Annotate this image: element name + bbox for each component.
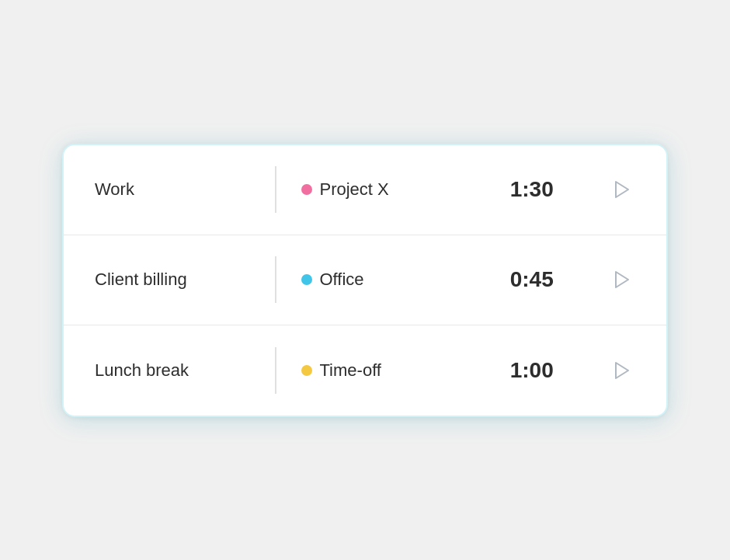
svg-marker-1 xyxy=(616,272,628,287)
vertical-divider xyxy=(275,256,276,303)
dot-blue xyxy=(301,274,312,285)
tag-area-row-lunch-break: Time-off xyxy=(301,360,457,381)
play-button-row-client-billing[interactable] xyxy=(607,266,635,294)
svg-marker-0 xyxy=(616,182,628,197)
play-button-row-lunch-break[interactable] xyxy=(607,357,635,384)
time-display-row-lunch-break: 1:00 xyxy=(457,358,608,383)
row-row-work: Work Project X 1:30 xyxy=(64,145,666,235)
task-name-row-client-billing: Client billing xyxy=(95,270,250,290)
vertical-divider xyxy=(275,166,276,213)
svg-marker-2 xyxy=(616,363,628,378)
tag-label-row-client-billing: Office xyxy=(320,270,364,290)
tag-label-row-work: Project X xyxy=(320,179,389,200)
row-row-lunch-break: Lunch break Time-off 1:00 xyxy=(64,325,666,416)
tag-area-row-client-billing: Office xyxy=(301,270,457,290)
task-name-row-work: Work xyxy=(95,179,250,200)
time-tracking-card: Work Project X 1:30 Client billing Offic… xyxy=(62,144,668,417)
dot-yellow xyxy=(301,365,312,376)
tag-area-row-work: Project X xyxy=(301,179,457,200)
tag-label-row-lunch-break: Time-off xyxy=(320,360,381,381)
time-display-row-client-billing: 0:45 xyxy=(457,267,608,292)
vertical-divider xyxy=(275,347,276,394)
time-display-row-work: 1:30 xyxy=(457,177,608,202)
row-row-client-billing: Client billing Office 0:45 xyxy=(64,235,666,325)
dot-pink xyxy=(301,184,312,195)
task-name-row-lunch-break: Lunch break xyxy=(95,360,250,381)
play-button-row-work[interactable] xyxy=(607,176,635,203)
